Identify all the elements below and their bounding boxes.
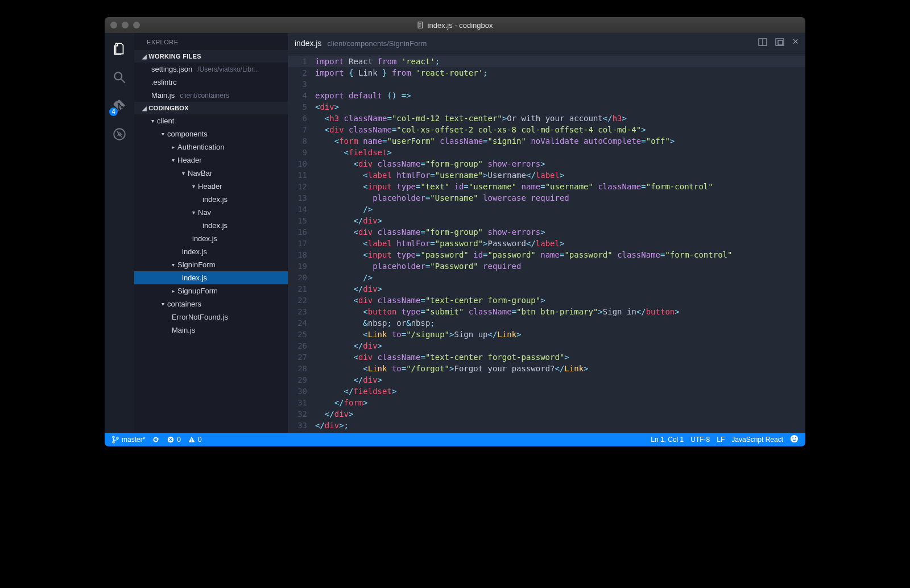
code-line[interactable]: 24 &nbsp; or&nbsp; bbox=[288, 317, 805, 329]
tree-folder[interactable]: ▾SigninForm bbox=[134, 258, 288, 271]
code-line[interactable]: 2import { Link } from 'react-router'; bbox=[288, 67, 805, 78]
chevron-icon: ▸ bbox=[172, 288, 175, 294]
line-content: &nbsp; or&nbsp; bbox=[315, 317, 435, 329]
working-files-header[interactable]: ◢WORKING FILES bbox=[134, 50, 288, 63]
tree-folder[interactable]: ▸Authentication bbox=[134, 140, 288, 154]
code-line[interactable]: 32 </div> bbox=[288, 408, 805, 420]
tree-folder[interactable]: ▾Header bbox=[134, 180, 288, 193]
search-icon bbox=[112, 70, 127, 85]
code-line[interactable]: 3 bbox=[288, 78, 805, 90]
tree-folder[interactable]: ▾components bbox=[134, 127, 288, 140]
body: 4 EXPLORE ◢WORKING FILES settings.json/U… bbox=[105, 33, 805, 433]
error-count: 0 bbox=[177, 436, 181, 444]
status-branch[interactable]: master* bbox=[111, 436, 145, 444]
code-line[interactable]: 33</div>; bbox=[288, 420, 805, 431]
tree-label: components bbox=[167, 130, 208, 138]
tab[interactable]: index.js client/components/SigninForm bbox=[295, 39, 427, 48]
tree-folder[interactable]: ▸SignupForm bbox=[134, 284, 288, 297]
code-line[interactable]: 23 <button type="submit" className="btn … bbox=[288, 306, 805, 317]
line-content: <div className="text-center form-group"> bbox=[315, 295, 545, 306]
line-number: 16 bbox=[288, 226, 315, 238]
code-line[interactable]: 17 <label htmlFor="password">Password</l… bbox=[288, 238, 805, 249]
code-line[interactable]: 16 <div className="form-group" show-erro… bbox=[288, 226, 805, 238]
status-errors[interactable]: 0 bbox=[167, 436, 181, 444]
tree-file[interactable]: index.js bbox=[134, 219, 288, 232]
code-line[interactable]: 14 /> bbox=[288, 204, 805, 215]
status-sync[interactable] bbox=[152, 436, 160, 444]
code-line[interactable]: 6 <h3 className="col-md-12 text-center">… bbox=[288, 113, 805, 124]
status-warnings[interactable]: 0 bbox=[188, 436, 202, 444]
project-header[interactable]: ◢CODINGBOX bbox=[134, 102, 288, 114]
more-icon[interactable] bbox=[775, 38, 784, 49]
code-line[interactable]: 19 placeholder="Password" required bbox=[288, 260, 805, 272]
status-encoding[interactable]: UTF-8 bbox=[690, 436, 710, 444]
tree-label: index.js bbox=[182, 274, 207, 282]
tree-folder[interactable]: ▾containers bbox=[134, 297, 288, 310]
code-line[interactable]: 29 </div> bbox=[288, 374, 805, 386]
traffic-minimize[interactable] bbox=[122, 22, 129, 28]
code-line[interactable]: 8 <form name="userForm" className="signi… bbox=[288, 135, 805, 147]
titlebar: index.js - codingbox bbox=[105, 17, 805, 33]
tree-label: index.js bbox=[202, 221, 228, 230]
line-content: </div> bbox=[315, 408, 353, 420]
code-line[interactable]: 30 </fieldset> bbox=[288, 386, 805, 397]
code-line[interactable]: 4export default () => bbox=[288, 90, 805, 101]
tree-folder[interactable]: ▾Header bbox=[134, 154, 288, 167]
tree-file[interactable]: Main.js bbox=[134, 324, 288, 337]
code-line[interactable]: 26 </div> bbox=[288, 340, 805, 351]
line-number: 22 bbox=[288, 295, 315, 306]
code-line[interactable]: 5<div> bbox=[288, 101, 805, 113]
code-editor[interactable]: 1import React from 'react';2import { Lin… bbox=[288, 53, 805, 433]
tree-file[interactable]: ErrorNotFound.js bbox=[134, 310, 288, 324]
code-line[interactable]: 15 </div> bbox=[288, 215, 805, 226]
tree-file[interactable]: index.js bbox=[134, 271, 288, 284]
code-line[interactable]: 27 <div className="text-center forgot-pa… bbox=[288, 351, 805, 363]
tree-file[interactable]: index.js bbox=[134, 193, 288, 206]
split-editor-icon[interactable] bbox=[758, 38, 767, 49]
code-line[interactable]: 10 <div className="form-group" show-erro… bbox=[288, 158, 805, 169]
working-file-item[interactable]: Main.jsclient/containers bbox=[134, 89, 288, 102]
working-file-item[interactable]: .eslintrc bbox=[134, 76, 288, 89]
code-line[interactable]: 25 <Link to="/signup">Sign up</Link> bbox=[288, 329, 805, 340]
line-content: <div className="text-center forgot-passw… bbox=[315, 351, 569, 363]
traffic-close[interactable] bbox=[110, 22, 117, 28]
activity-explorer[interactable] bbox=[110, 40, 129, 58]
svg-point-12 bbox=[113, 441, 114, 443]
activity-debug[interactable] bbox=[110, 125, 129, 143]
tree-folder[interactable]: ▾NavBar bbox=[134, 167, 288, 180]
code-line[interactable]: 21 </div> bbox=[288, 283, 805, 295]
svg-point-4 bbox=[114, 72, 122, 80]
tree-label: index.js bbox=[192, 234, 217, 243]
code-line[interactable]: 7 <div className="col-xs-offset-2 col-xs… bbox=[288, 124, 805, 135]
code-line[interactable]: 28 <Link to="/forgot">Forgot your passwo… bbox=[288, 363, 805, 374]
line-number: 25 bbox=[288, 329, 315, 340]
code-line[interactable]: 18 <input type="password" id="password" … bbox=[288, 249, 805, 260]
activity-git[interactable]: 4 bbox=[110, 97, 129, 115]
code-line[interactable]: 13 placeholder="Username" lowercase requ… bbox=[288, 192, 805, 204]
status-eol[interactable]: LF bbox=[717, 436, 725, 444]
tree-label: containers bbox=[167, 300, 201, 308]
code-line[interactable]: 31 </form> bbox=[288, 397, 805, 408]
tree-folder[interactable]: ▾client bbox=[134, 114, 288, 127]
tree-file[interactable]: index.js bbox=[134, 232, 288, 245]
tree-file[interactable]: index.js bbox=[134, 245, 288, 258]
tree-folder[interactable]: ▾Nav bbox=[134, 206, 288, 219]
branch-icon bbox=[111, 436, 119, 444]
code-line[interactable]: 11 <label htmlFor="username">Username</l… bbox=[288, 169, 805, 181]
code-line[interactable]: 12 <input type="text" id="username" name… bbox=[288, 181, 805, 192]
status-position[interactable]: Ln 1, Col 1 bbox=[651, 436, 684, 444]
line-content: import { Link } from 'react-router'; bbox=[315, 67, 488, 78]
code-line[interactable]: 20 /> bbox=[288, 272, 805, 283]
code-line[interactable]: 9 <fieldset> bbox=[288, 147, 805, 158]
status-feedback[interactable] bbox=[790, 434, 799, 445]
working-file-item[interactable]: settings.json/Users/viatsko/Libr... bbox=[134, 63, 288, 76]
line-number: 4 bbox=[288, 90, 315, 101]
code-line[interactable]: 22 <div className="text-center form-grou… bbox=[288, 295, 805, 306]
status-language[interactable]: JavaScript React bbox=[731, 436, 783, 444]
code-line[interactable]: 1import React from 'react'; bbox=[288, 56, 805, 67]
debug-icon bbox=[112, 127, 127, 142]
close-tab[interactable]: × bbox=[792, 38, 799, 49]
status-right: Ln 1, Col 1 UTF-8 LF JavaScript React bbox=[651, 434, 799, 445]
traffic-zoom[interactable] bbox=[133, 22, 140, 28]
activity-search[interactable] bbox=[110, 68, 129, 86]
